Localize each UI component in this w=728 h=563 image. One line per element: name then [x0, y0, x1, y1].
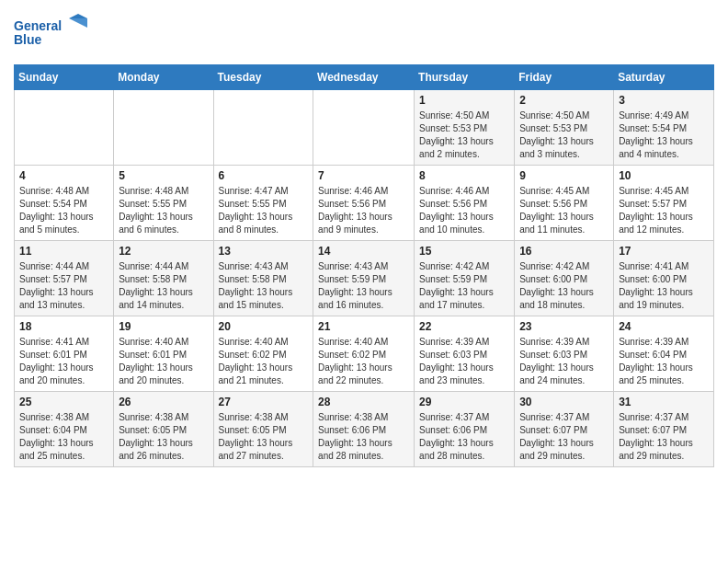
day-info: Sunrise: 4:47 AM Sunset: 5:55 PM Dayligh…: [219, 185, 309, 236]
calendar-week-1: 1Sunrise: 4:50 AM Sunset: 5:53 PM Daylig…: [15, 90, 714, 166]
calendar-cell: 5Sunrise: 4:48 AM Sunset: 5:55 PM Daylig…: [114, 166, 213, 241]
calendar-cell: 23Sunrise: 4:39 AM Sunset: 6:03 PM Dayli…: [515, 316, 614, 392]
day-number: 30: [519, 396, 609, 408]
day-number: 9: [519, 169, 609, 182]
calendar-week-4: 18Sunrise: 4:41 AM Sunset: 6:01 PM Dayli…: [15, 316, 714, 392]
col-header-thursday: Thursday: [415, 65, 515, 90]
calendar-cell: 21Sunrise: 4:40 AM Sunset: 6:02 PM Dayli…: [313, 316, 415, 392]
day-info: Sunrise: 4:48 AM Sunset: 5:54 PM Dayligh…: [19, 185, 108, 236]
day-info: Sunrise: 4:37 AM Sunset: 6:06 PM Dayligh…: [419, 411, 509, 463]
day-number: 29: [419, 396, 509, 408]
calendar-cell: 13Sunrise: 4:43 AM Sunset: 5:58 PM Dayli…: [213, 241, 313, 316]
calendar-cell: 17Sunrise: 4:41 AM Sunset: 6:00 PM Dayli…: [614, 241, 714, 316]
calendar-cell: 29Sunrise: 4:37 AM Sunset: 6:06 PM Dayli…: [415, 392, 515, 467]
day-info: Sunrise: 4:45 AM Sunset: 5:57 PM Dayligh…: [619, 185, 709, 236]
day-number: 27: [219, 396, 309, 408]
day-number: 17: [619, 245, 709, 258]
svg-marker-0: [69, 18, 87, 28]
day-number: 18: [19, 320, 108, 333]
calendar-cell: 12Sunrise: 4:44 AM Sunset: 5:58 PM Dayli…: [114, 241, 213, 316]
day-number: 15: [419, 245, 509, 258]
day-number: 20: [219, 320, 309, 333]
day-info: Sunrise: 4:39 AM Sunset: 6:03 PM Dayligh…: [419, 336, 509, 387]
calendar-cell: 19Sunrise: 4:40 AM Sunset: 6:01 PM Dayli…: [114, 316, 213, 392]
calendar-cell: [15, 90, 114, 166]
day-number: 28: [318, 396, 409, 408]
day-info: Sunrise: 4:45 AM Sunset: 5:56 PM Dayligh…: [519, 185, 609, 236]
calendar-cell: 15Sunrise: 4:42 AM Sunset: 5:59 PM Dayli…: [415, 241, 515, 316]
calendar-cell: [213, 90, 313, 166]
day-info: Sunrise: 4:43 AM Sunset: 5:59 PM Dayligh…: [318, 260, 409, 312]
calendar-cell: 16Sunrise: 4:42 AM Sunset: 6:00 PM Dayli…: [515, 241, 614, 316]
day-info: Sunrise: 4:40 AM Sunset: 6:02 PM Dayligh…: [219, 336, 309, 387]
col-header-wednesday: Wednesday: [313, 65, 415, 90]
calendar-cell: 3Sunrise: 4:49 AM Sunset: 5:54 PM Daylig…: [614, 90, 714, 166]
day-number: 19: [119, 320, 208, 333]
day-info: Sunrise: 4:38 AM Sunset: 6:05 PM Dayligh…: [119, 411, 208, 463]
calendar-week-2: 4Sunrise: 4:48 AM Sunset: 5:54 PM Daylig…: [15, 166, 714, 241]
calendar-cell: [114, 90, 213, 166]
col-header-tuesday: Tuesday: [213, 65, 313, 90]
day-info: Sunrise: 4:42 AM Sunset: 6:00 PM Dayligh…: [519, 260, 609, 312]
col-header-monday: Monday: [114, 65, 213, 90]
calendar-cell: 27Sunrise: 4:38 AM Sunset: 6:05 PM Dayli…: [213, 392, 313, 467]
calendar-cell: 8Sunrise: 4:46 AM Sunset: 5:56 PM Daylig…: [415, 166, 515, 241]
calendar-cell: 10Sunrise: 4:45 AM Sunset: 5:57 PM Dayli…: [614, 166, 714, 241]
col-header-sunday: Sunday: [15, 65, 114, 90]
calendar-cell: 25Sunrise: 4:38 AM Sunset: 6:04 PM Dayli…: [15, 392, 114, 467]
day-number: 12: [119, 245, 208, 258]
day-number: 13: [219, 245, 309, 258]
day-number: 7: [318, 169, 409, 182]
day-info: Sunrise: 4:48 AM Sunset: 5:55 PM Dayligh…: [119, 185, 208, 236]
day-info: Sunrise: 4:44 AM Sunset: 5:58 PM Dayligh…: [119, 260, 208, 312]
day-info: Sunrise: 4:42 AM Sunset: 5:59 PM Dayligh…: [419, 260, 509, 312]
day-number: 3: [619, 94, 709, 107]
day-number: 14: [318, 245, 409, 258]
day-number: 23: [519, 320, 609, 333]
day-number: 10: [619, 169, 709, 182]
day-info: Sunrise: 4:43 AM Sunset: 5:58 PM Dayligh…: [219, 260, 309, 312]
calendar-cell: 18Sunrise: 4:41 AM Sunset: 6:01 PM Dayli…: [15, 316, 114, 392]
calendar-cell: 24Sunrise: 4:39 AM Sunset: 6:04 PM Dayli…: [614, 316, 714, 392]
day-info: Sunrise: 4:40 AM Sunset: 6:02 PM Dayligh…: [318, 336, 409, 387]
calendar-cell: 26Sunrise: 4:38 AM Sunset: 6:05 PM Dayli…: [114, 392, 213, 467]
day-info: Sunrise: 4:49 AM Sunset: 5:54 PM Dayligh…: [619, 109, 709, 161]
day-info: Sunrise: 4:38 AM Sunset: 6:04 PM Dayligh…: [19, 411, 108, 463]
day-number: 8: [419, 169, 509, 182]
calendar-cell: 4Sunrise: 4:48 AM Sunset: 5:54 PM Daylig…: [15, 166, 114, 241]
day-number: 25: [19, 396, 108, 408]
calendar-cell: 1Sunrise: 4:50 AM Sunset: 5:53 PM Daylig…: [415, 90, 515, 166]
svg-marker-1: [69, 14, 87, 18]
calendar-week-5: 25Sunrise: 4:38 AM Sunset: 6:04 PM Dayli…: [15, 392, 714, 467]
calendar-cell: 6Sunrise: 4:47 AM Sunset: 5:55 PM Daylig…: [213, 166, 313, 241]
day-info: Sunrise: 4:38 AM Sunset: 6:06 PM Dayligh…: [318, 411, 409, 463]
day-info: Sunrise: 4:41 AM Sunset: 6:00 PM Dayligh…: [619, 260, 709, 312]
day-info: Sunrise: 4:40 AM Sunset: 6:01 PM Dayligh…: [119, 336, 208, 387]
calendar-cell: 14Sunrise: 4:43 AM Sunset: 5:59 PM Dayli…: [313, 241, 415, 316]
calendar-cell: 9Sunrise: 4:45 AM Sunset: 5:56 PM Daylig…: [515, 166, 614, 241]
day-info: Sunrise: 4:46 AM Sunset: 5:56 PM Dayligh…: [318, 185, 409, 236]
calendar-cell: 28Sunrise: 4:38 AM Sunset: 6:06 PM Dayli…: [313, 392, 415, 467]
day-info: Sunrise: 4:37 AM Sunset: 6:07 PM Dayligh…: [519, 411, 609, 463]
calendar-cell: [313, 90, 415, 166]
day-number: 21: [318, 320, 409, 333]
day-number: 24: [619, 320, 709, 333]
calendar-cell: 11Sunrise: 4:44 AM Sunset: 5:57 PM Dayli…: [15, 241, 114, 316]
calendar-week-3: 11Sunrise: 4:44 AM Sunset: 5:57 PM Dayli…: [15, 241, 714, 316]
day-info: Sunrise: 4:44 AM Sunset: 5:57 PM Dayligh…: [19, 260, 108, 312]
day-number: 6: [219, 169, 309, 182]
day-info: Sunrise: 4:50 AM Sunset: 5:53 PM Dayligh…: [519, 109, 609, 161]
day-info: Sunrise: 4:50 AM Sunset: 5:53 PM Dayligh…: [419, 109, 509, 161]
svg-text:Blue: Blue: [14, 32, 42, 47]
calendar-cell: 22Sunrise: 4:39 AM Sunset: 6:03 PM Dayli…: [415, 316, 515, 392]
day-info: Sunrise: 4:39 AM Sunset: 6:03 PM Dayligh…: [519, 336, 609, 387]
col-header-friday: Friday: [515, 65, 614, 90]
calendar-cell: 2Sunrise: 4:50 AM Sunset: 5:53 PM Daylig…: [515, 90, 614, 166]
day-number: 2: [519, 94, 609, 107]
day-number: 31: [619, 396, 709, 408]
calendar-header-row: SundayMondayTuesdayWednesdayThursdayFrid…: [15, 65, 714, 90]
day-info: Sunrise: 4:37 AM Sunset: 6:07 PM Dayligh…: [619, 411, 709, 463]
day-info: Sunrise: 4:46 AM Sunset: 5:56 PM Dayligh…: [419, 185, 509, 236]
calendar-cell: 7Sunrise: 4:46 AM Sunset: 5:56 PM Daylig…: [313, 166, 415, 241]
logo: GeneralBlue: [14, 14, 97, 55]
